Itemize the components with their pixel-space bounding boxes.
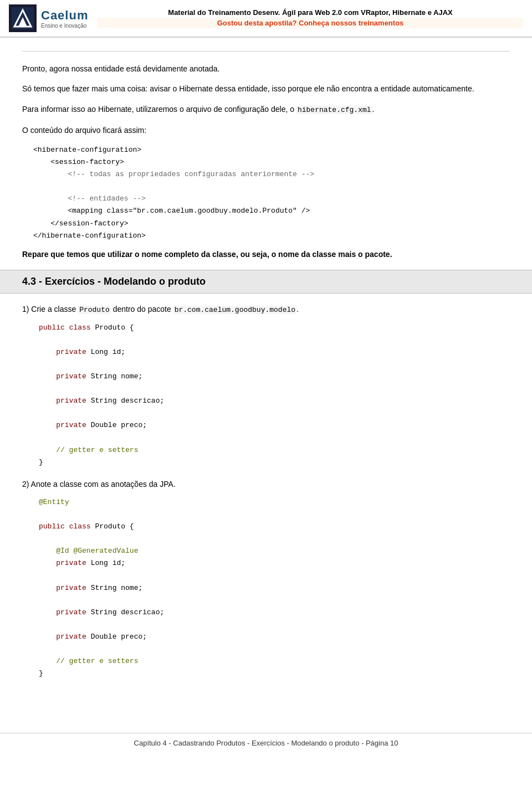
logo-text-area: Caelum Ensino e Inovação: [41, 8, 88, 29]
java2-line-5: private String nome;: [56, 584, 142, 592]
logo-subtitle: Ensino e Inovação: [41, 23, 88, 29]
paragraph-2: Só temos que fazer mais uma coisa: avisa…: [22, 83, 510, 95]
content-label: O conteúdo do arquivo ficará assim:: [22, 124, 510, 136]
page-footer: Capítulo 4 - Cadastrando Produtos - Exer…: [0, 733, 532, 753]
java-line-1: public class Produto {: [39, 323, 134, 332]
para3-prefix: Para informar isso ao Hibernate, utiliza…: [22, 105, 296, 114]
xml-line-2: <session-factory>: [33, 158, 124, 166]
java2-line-8: // getter e setters: [56, 657, 138, 665]
xml-line-7: </hibernate-configuration>: [33, 232, 146, 240]
java2-line-4: private Long id;: [56, 559, 125, 567]
java2-line-6: private String descricao;: [56, 608, 164, 616]
java-line-5: private Double preco;: [56, 421, 147, 429]
para3-code: hibernate.cfg.xml: [296, 106, 372, 114]
java-code-block-2: @Entity public class Produto { @Id @Gene…: [39, 496, 510, 680]
xml-code-block: <hibernate-configuration> <session-facto…: [33, 144, 510, 242]
exercise-2-desc: Anote a classe com as anotações da JPA.: [31, 480, 176, 489]
xml-line-3: <!-- todas as propriedades configuradas …: [33, 170, 314, 178]
paragraph-3: Para informar isso ao Hibernate, utiliza…: [22, 103, 510, 116]
para3-suffix: .: [372, 105, 375, 114]
exercise-1-text: 1) Crie a classe Produto dentro do pacot…: [22, 305, 510, 314]
exercise-1: 1) Crie a classe Produto dentro do pacot…: [22, 305, 510, 469]
java-line-2: private Long id;: [56, 348, 125, 356]
exercise-2: 2) Anote a classe com as anotações da JP…: [22, 480, 510, 680]
page-header: Caelum Ensino e Inovação Material do Tre…: [0, 0, 532, 38]
java2-line-2: public class Produto {: [39, 522, 134, 531]
footer-text: Capítulo 4 - Cadastrando Produtos - Exer…: [134, 739, 398, 747]
paragraph-1: Pronto, agora nossa entidade está devida…: [22, 63, 510, 75]
exercise-1-package: br.com.caelum.goodbuy.modelo: [173, 306, 296, 314]
xml-line-1: <hibernate-configuration>: [33, 146, 141, 154]
java2-line-3: @Id @GeneratedValue: [56, 547, 138, 555]
logo-box: [9, 4, 37, 32]
java2-line-7: private Double preco;: [56, 633, 147, 641]
header-title-area: Material do Treinamento Desenv. Ágil par…: [98, 8, 523, 28]
java2-line-9: }: [39, 669, 43, 677]
exercise-1-suffix: .: [296, 305, 299, 314]
xml-line-6: </session-factory>: [33, 219, 129, 228]
xml-line-5: <mapping class="br.com.caelum.goodbuy.mo…: [33, 207, 310, 215]
exercise-1-middle: dentro do pacote: [111, 305, 173, 314]
java-line-4: private String descricao;: [56, 397, 164, 405]
sub-title: Gostou desta apostila? Conheça nossos tr…: [98, 18, 523, 28]
java-line-7: }: [39, 458, 43, 466]
caelum-logo-icon: [12, 7, 34, 29]
section-heading: 4.3 - Exercícios - Modelando o produto: [0, 270, 532, 294]
exercise-2-text: 2) Anote a classe com as anotações da JP…: [22, 480, 510, 489]
exercise-1-num: 1): [22, 305, 29, 314]
xml-line-4: <!-- entidades -->: [33, 194, 146, 203]
exercise-1-class: Produto: [78, 306, 111, 314]
exercise-1-prefix: Crie a classe: [31, 305, 78, 314]
bold-note: Repare que temos que utilizar o nome com…: [22, 250, 510, 259]
java2-line-1: @Entity: [39, 498, 69, 506]
java-line-3: private String nome;: [56, 372, 142, 381]
java-line-6: // getter e setters: [56, 446, 138, 454]
top-divider: [22, 51, 510, 52]
main-title: Material do Treinamento Desenv. Ágil par…: [98, 8, 523, 17]
main-content: Pronto, agora nossa entidade está devida…: [0, 38, 532, 711]
logo-brand: Caelum: [41, 8, 88, 23]
exercise-2-num: 2): [22, 480, 29, 489]
java-code-block-1: public class Produto { private Long id; …: [39, 322, 510, 469]
logo-area: Caelum Ensino e Inovação: [9, 4, 98, 32]
